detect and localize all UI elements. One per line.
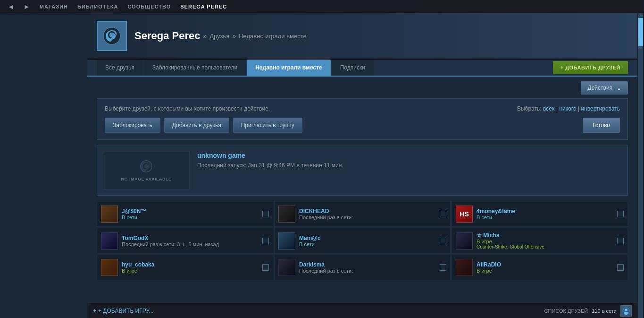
friend-status: Последний раз в сети: xyxy=(299,215,436,220)
avatar xyxy=(101,232,118,249)
add-friends-button[interactable]: Добавить в друзья xyxy=(164,118,229,133)
add-game-link[interactable]: + + ДОБАВИТЬ ИГРУ... xyxy=(93,308,154,314)
friend-item[interactable]: ☆ Micha В игре Counter-Strike: Global Of… xyxy=(452,228,628,254)
friend-item[interactable]: Mani@c В сети xyxy=(274,228,451,254)
avatar xyxy=(278,232,295,249)
friend-name: hyu_cobaka xyxy=(122,261,259,268)
selection-top: Выберите друзей, с которыми вы хотите пр… xyxy=(105,105,620,112)
friend-item[interactable]: DICKHEAD Последний раз в сети: xyxy=(274,201,451,227)
no-image-text: NO IMAGE AVAILABLE xyxy=(121,177,172,181)
friend-checkbox[interactable] xyxy=(617,238,624,244)
friend-status: В игре xyxy=(122,268,259,274)
friend-status: Последний раз в сети: 3 ч., 5 мин. назад xyxy=(122,241,259,247)
avatar xyxy=(278,259,295,276)
friend-item[interactable]: AllRaDiO В игре xyxy=(452,255,628,280)
friend-checkbox[interactable] xyxy=(440,238,446,244)
actions-label: Действия xyxy=(588,85,613,91)
last-played: Последний запуск: Jan 31 @ 9:46 PM в теч… xyxy=(197,162,343,169)
friend-item[interactable]: TomGodX Последний раз в сети: 3 ч., 5 ми… xyxy=(97,228,273,254)
breadcrumb-friends[interactable]: Друзья xyxy=(209,33,229,40)
svg-point-5 xyxy=(624,312,628,315)
actions-bar: Действия xyxy=(97,81,628,95)
profile-header: Serega Perec » Друзья » Недавно играли в… xyxy=(87,13,637,60)
tab-subscriptions[interactable]: Подписки xyxy=(332,60,374,76)
friend-status: В игре xyxy=(477,239,613,244)
avatar xyxy=(456,232,473,249)
sidebar-left xyxy=(0,13,87,318)
scrollbar-thumb[interactable] xyxy=(638,18,643,46)
friend-item[interactable]: J@$0N™ В сети xyxy=(97,201,273,227)
breadcrumb-sep2: » xyxy=(232,32,236,40)
content-area: Serega Perec » Друзья » Недавно играли в… xyxy=(87,13,637,318)
profile-name: Serega Perec xyxy=(134,30,200,42)
friend-item[interactable]: Darkisma Последний раз в сети: xyxy=(274,255,451,280)
scrollbar[interactable] xyxy=(637,13,644,318)
avatar xyxy=(101,206,118,223)
select-all-link[interactable]: всех xyxy=(543,105,555,112)
nav-library[interactable]: БИБЛИОТЕКА xyxy=(77,4,118,9)
tabs-bar: Все друзья Заблокированные пользователи … xyxy=(87,60,637,77)
profile-name-section: Serega Perec » Друзья » Недавно играли в… xyxy=(134,30,307,42)
friend-info: Mani@c В сети xyxy=(299,235,436,247)
done-button[interactable]: Готово xyxy=(583,118,620,133)
avatar xyxy=(101,259,118,276)
nav-store[interactable]: МАГАЗИН xyxy=(40,4,68,9)
tab-blocked[interactable]: Заблокированные пользователи xyxy=(144,60,246,76)
friend-info: DICKHEAD Последний раз в сети: xyxy=(299,208,436,220)
mini-avatar xyxy=(620,305,632,317)
selection-buttons: Заблокировать Добавить в друзья Пригласи… xyxy=(105,118,620,133)
game-card: NO IMAGE AVAILABLE unknown game Последни… xyxy=(97,146,628,196)
friend-name: DICKHEAD xyxy=(299,208,436,215)
friend-info: ☆ Micha В игре Counter-Strike: Global Of… xyxy=(477,232,613,249)
scrollbar-track[interactable] xyxy=(638,13,643,318)
breadcrumb-sep1: » xyxy=(203,32,207,40)
selection-links: Выбрать: всех | никого | инвертировать xyxy=(517,105,620,112)
plus-icon: + xyxy=(93,308,96,314)
add-friend-button[interactable]: + ДОБАВИТЬ ДРУЗЕЙ xyxy=(553,61,628,74)
friend-status: В сети xyxy=(122,215,259,220)
friend-name: TomGodX xyxy=(122,235,259,241)
avatar xyxy=(97,21,127,51)
back-button[interactable]: ◄ xyxy=(8,3,14,10)
friend-checkbox[interactable] xyxy=(440,211,446,217)
friend-checkbox[interactable] xyxy=(617,211,624,217)
actions-dropdown[interactable]: Действия xyxy=(581,81,628,95)
select-invert-link[interactable]: инвертировать xyxy=(581,105,620,112)
friend-checkbox[interactable] xyxy=(262,211,269,217)
friend-info: TomGodX Последний раз в сети: 3 ч., 5 ми… xyxy=(122,235,259,247)
select-none-link[interactable]: никого xyxy=(559,105,576,112)
block-button[interactable]: Заблокировать xyxy=(105,118,160,133)
friend-checkbox[interactable] xyxy=(440,264,446,271)
avatar xyxy=(278,206,295,223)
friend-status: В сети xyxy=(299,241,436,247)
friend-item[interactable]: HS 4money&fame В сети xyxy=(452,201,628,227)
inner-content: Действия Выберите друзей, с которыми вы … xyxy=(87,77,637,303)
friend-name: AllRaDiO xyxy=(477,261,613,268)
friend-info: 4money&fame В сети xyxy=(477,208,613,220)
friend-name: 4money&fame xyxy=(477,208,613,215)
friend-info: hyu_cobaka В игре xyxy=(122,261,259,274)
tab-all-friends[interactable]: Все друзья xyxy=(97,60,143,76)
selection-panel: Выберите друзей, с которыми вы хотите пр… xyxy=(97,98,628,140)
selection-prompt: Выберите друзей, с которыми вы хотите пр… xyxy=(105,105,270,112)
game-title: unknown game xyxy=(197,152,343,159)
friend-checkbox[interactable] xyxy=(262,238,269,244)
forward-button[interactable]: ► xyxy=(24,3,30,10)
invite-group-button[interactable]: Пригласить в группу xyxy=(233,118,302,133)
chevron-up-icon xyxy=(615,85,621,91)
friends-count: 110 в сети xyxy=(592,308,617,314)
friend-name: J@$0N™ xyxy=(122,208,259,215)
friend-checkbox[interactable] xyxy=(262,264,269,271)
top-navigation: ◄ ► МАГАЗИН БИБЛИОТЕКА СООБЩЕСТВО SEREGA… xyxy=(0,0,644,13)
friend-info: Darkisma Последний раз в сети: xyxy=(299,261,436,274)
friend-info: AllRaDiO В игре xyxy=(477,261,613,274)
nav-community[interactable]: СООБЩЕСТВО xyxy=(127,4,171,9)
friends-list-info: СПИСОК ДРУЗЕЙ 110 в сети xyxy=(544,305,632,317)
tab-recently-played[interactable]: Недавно играли вместе xyxy=(247,60,330,76)
avatar xyxy=(456,259,473,276)
nav-username[interactable]: SEREGA PEREC xyxy=(180,4,227,9)
avatar: HS xyxy=(456,206,473,223)
friend-checkbox[interactable] xyxy=(617,264,624,271)
friend-item[interactable]: hyu_cobaka В игре xyxy=(97,255,273,280)
friend-info: J@$0N™ В сети xyxy=(122,208,259,220)
